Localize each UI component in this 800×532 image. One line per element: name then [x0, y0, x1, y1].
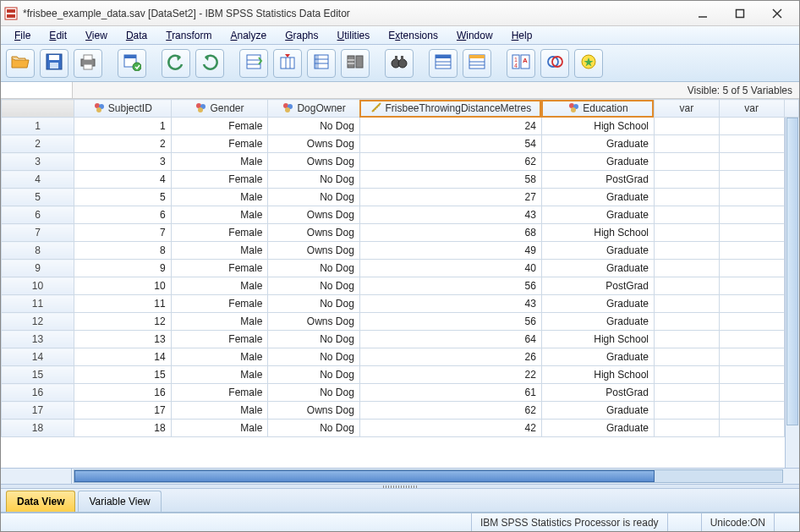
table-row[interactable]: 33MaleOwns Dog62Graduate	[2, 153, 799, 171]
run-descriptives-button[interactable]	[341, 49, 370, 78]
table-row[interactable]: 11FemaleNo Dog24High School	[2, 118, 799, 135]
cell-empty[interactable]	[719, 295, 784, 313]
cell-subjectid[interactable]: 18	[74, 420, 172, 437]
cell-education[interactable]: Graduate	[541, 135, 654, 153]
cell-education[interactable]: Graduate	[541, 420, 654, 437]
table-row[interactable]: 1212MaleOwns Dog56Graduate	[2, 313, 799, 331]
cell-empty[interactable]	[654, 331, 719, 348]
redo-button[interactable]	[195, 49, 224, 78]
col-header-frisbee[interactable]: FrisbeeThrowingDistanceMetres	[359, 100, 541, 118]
cell-frisbee[interactable]: 22	[359, 366, 541, 384]
cell-dogowner[interactable]: Owns Dog	[268, 313, 360, 331]
cell-dogowner[interactable]: No Dog	[268, 384, 360, 402]
cell-empty[interactable]	[654, 420, 719, 437]
table-row[interactable]: 1111FemaleNo Dog43Graduate	[2, 295, 799, 313]
cell-gender[interactable]: Female	[171, 135, 268, 153]
goto-variable-button[interactable]	[273, 49, 302, 78]
table-row[interactable]: 77FemaleOwns Dog68High School	[2, 224, 799, 242]
cell-frisbee[interactable]: 56	[359, 277, 541, 295]
cell-dogowner[interactable]: Owns Dog	[268, 224, 360, 242]
cell-frisbee[interactable]: 49	[359, 242, 541, 260]
menu-help[interactable]: Help	[503, 28, 541, 43]
row-header-corner[interactable]	[2, 100, 74, 118]
table-row[interactable]: 66MaleOwns Dog43Graduate	[2, 206, 799, 224]
col-header-dogowner[interactable]: DogOwner	[268, 100, 360, 118]
table-row[interactable]: 1717MaleOwns Dog62Graduate	[2, 402, 799, 420]
row-number[interactable]: 11	[2, 295, 74, 313]
cell-frisbee[interactable]: 40	[359, 260, 541, 277]
cell-gender[interactable]: Female	[171, 331, 268, 348]
cell-subjectid[interactable]: 14	[74, 348, 172, 366]
cell-education[interactable]: Graduate	[541, 260, 654, 277]
cell-gender[interactable]: Female	[171, 224, 268, 242]
cell-dogowner[interactable]: No Dog	[268, 260, 360, 277]
cell-subjectid[interactable]: 2	[74, 135, 172, 153]
cell-frisbee[interactable]: 26	[359, 348, 541, 366]
horizontal-scroll-thumb[interactable]	[74, 470, 655, 482]
row-number[interactable]: 18	[2, 420, 74, 437]
cell-gender[interactable]: Male	[171, 402, 268, 420]
variables-button[interactable]	[307, 49, 336, 78]
cell-empty[interactable]	[719, 402, 784, 420]
table-row[interactable]: 99FemaleNo Dog40Graduate	[2, 260, 799, 277]
cell-empty[interactable]	[719, 206, 784, 224]
row-number[interactable]: 3	[2, 153, 74, 171]
cell-frisbee[interactable]: 58	[359, 171, 541, 189]
cell-subjectid[interactable]: 3	[74, 153, 172, 171]
cell-gender[interactable]: Male	[171, 366, 268, 384]
cell-empty[interactable]	[719, 224, 784, 242]
print-button[interactable]	[74, 49, 102, 78]
cell-education[interactable]: PostGrad	[541, 171, 654, 189]
cell-education[interactable]: Graduate	[541, 348, 654, 366]
cell-dogowner[interactable]: No Dog	[268, 189, 360, 206]
cell-empty[interactable]	[654, 135, 719, 153]
row-number[interactable]: 2	[2, 135, 74, 153]
col-header-education[interactable]: Education	[541, 100, 654, 118]
show-all-variables-button[interactable]	[574, 49, 603, 78]
cell-education[interactable]: High School	[541, 224, 654, 242]
cell-frisbee[interactable]: 56	[359, 313, 541, 331]
cell-education[interactable]: Graduate	[541, 242, 654, 260]
save-button[interactable]	[40, 49, 68, 78]
cell-dogowner[interactable]: Owns Dog	[268, 242, 360, 260]
cell-subjectid[interactable]: 7	[74, 224, 172, 242]
cell-gender[interactable]: Male	[171, 242, 268, 260]
find-button[interactable]	[385, 49, 414, 78]
cell-education[interactable]: Graduate	[541, 206, 654, 224]
cell-education[interactable]: PostGrad	[541, 277, 654, 295]
cell-empty[interactable]	[654, 224, 719, 242]
table-row[interactable]: 88MaleOwns Dog49Graduate	[2, 242, 799, 260]
cell-frisbee[interactable]: 27	[359, 189, 541, 206]
tab-variable-view[interactable]: Variable View	[78, 491, 161, 512]
cell-empty[interactable]	[719, 189, 784, 206]
cell-empty[interactable]	[719, 313, 784, 331]
cell-dogowner[interactable]: No Dog	[268, 348, 360, 366]
cell-frisbee[interactable]: 62	[359, 402, 541, 420]
cell-education[interactable]: Graduate	[541, 295, 654, 313]
row-number[interactable]: 15	[2, 366, 74, 384]
cell-education[interactable]: Graduate	[541, 313, 654, 331]
col-header-gender[interactable]: Gender	[171, 100, 268, 118]
recall-dialog-button[interactable]	[118, 49, 146, 78]
cell-dogowner[interactable]: No Dog	[268, 118, 360, 135]
cell-empty[interactable]	[719, 420, 784, 437]
table-row[interactable]: 1818MaleNo Dog42Graduate	[2, 420, 799, 437]
cell-dogowner[interactable]: No Dog	[268, 366, 360, 384]
cell-dogowner[interactable]: No Dog	[268, 277, 360, 295]
col-header-subjectid[interactable]: SubjectID	[74, 100, 172, 118]
cell-education[interactable]: PostGrad	[541, 384, 654, 402]
weight-cases-button[interactable]	[463, 49, 491, 78]
cell-gender[interactable]: Male	[171, 206, 268, 224]
cell-frisbee[interactable]: 43	[359, 295, 541, 313]
cell-empty[interactable]	[654, 277, 719, 295]
menu-analyze[interactable]: Analyze	[222, 28, 275, 43]
row-number[interactable]: 14	[2, 348, 74, 366]
col-header-empty[interactable]: var	[719, 100, 784, 118]
cell-empty[interactable]	[654, 189, 719, 206]
row-number[interactable]: 5	[2, 189, 74, 206]
cell-frisbee[interactable]: 42	[359, 420, 541, 437]
table-row[interactable]: 1616FemaleNo Dog61PostGrad	[2, 384, 799, 402]
cell-subjectid[interactable]: 15	[74, 366, 172, 384]
cell-gender[interactable]: Male	[171, 420, 268, 437]
cell-empty[interactable]	[654, 366, 719, 384]
